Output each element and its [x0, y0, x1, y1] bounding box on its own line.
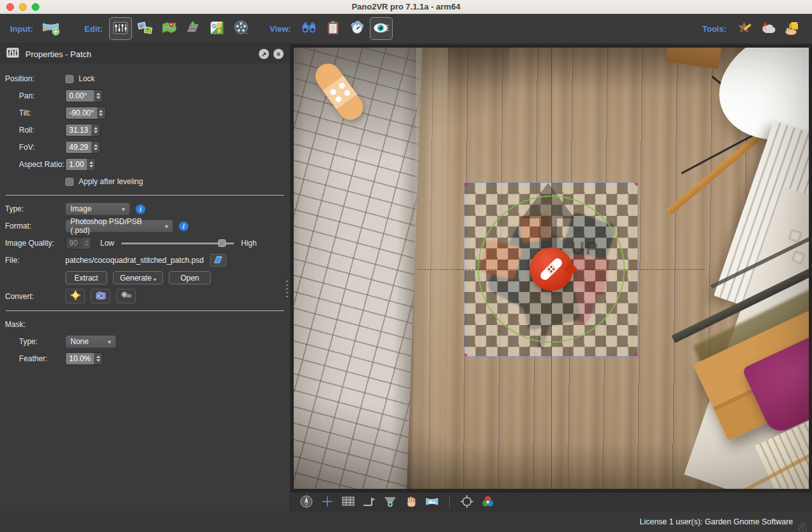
feather-stepper[interactable]	[94, 353, 102, 364]
format-label: Format:	[5, 222, 65, 230]
grid-toggle-button[interactable]	[340, 495, 357, 510]
mask-type-dropdown[interactable]: None ▾	[65, 335, 116, 348]
app-window: Pano2VR pro 7.1.1a - arm64 Input: Edit:	[0, 0, 812, 532]
panel-title: Properties - Patch	[25, 50, 91, 59]
tools-label: Tools:	[702, 24, 726, 34]
tilt-field[interactable]: -90.00°	[65, 107, 106, 119]
minimize-window-button[interactable]	[19, 3, 27, 11]
format-info-icon[interactable]: i	[179, 222, 188, 231]
view-preview-button[interactable]	[346, 17, 369, 40]
pan-tool-button[interactable]	[403, 495, 419, 510]
properties-sliders-icon	[112, 20, 129, 38]
panel-header: Properties - Patch ↗ ×	[0, 44, 290, 63]
panorama-view-button[interactable]	[424, 495, 440, 510]
gauge-cloud-icon	[349, 20, 365, 38]
feather-field[interactable]: 10.0%	[65, 352, 103, 365]
chevron-down-icon: ▾	[103, 338, 111, 345]
position-label: Position:	[5, 74, 65, 83]
close-window-button[interactable]	[6, 3, 14, 11]
type-dropdown[interactable]: Image ▾	[65, 203, 130, 215]
convert-to-hotspot-button[interactable]	[65, 289, 85, 303]
gnome-cloud-icon	[760, 20, 776, 38]
open-in-photoshop-button[interactable]	[210, 254, 226, 267]
selected-patch-marker[interactable]	[530, 248, 573, 291]
pan-field[interactable]: 0.00°	[65, 90, 103, 102]
crosshair-toggle-button[interactable]	[319, 495, 336, 510]
patch-handle-bottom-right[interactable]	[635, 354, 638, 357]
view-output-button[interactable]	[322, 17, 344, 40]
properties-panel: Properties - Patch ↗ × Position: Lock Pa…	[0, 44, 291, 512]
edit-properties-button[interactable]	[109, 17, 132, 40]
film-reel-icon	[233, 20, 249, 38]
tools-transform-button[interactable]	[781, 17, 804, 40]
aspect-ratio-label: Aspect Ratio:	[5, 160, 65, 169]
color-correction-button[interactable]	[480, 495, 496, 510]
format-dropdown[interactable]: Photoshop PSD/PSB (.psd) ▾	[65, 220, 173, 232]
extract-button[interactable]: Extract	[65, 271, 107, 284]
resize-grip[interactable]	[798, 523, 807, 532]
chevron-down-icon: ▾	[160, 223, 168, 230]
separator	[6, 310, 284, 311]
patch-marker-bandaid[interactable]	[304, 54, 374, 130]
compass-button[interactable]	[298, 495, 315, 510]
pan-stepper[interactable]	[94, 90, 102, 102]
main-toolbar: Input: Edit:	[0, 14, 812, 44]
type-label: Type:	[5, 204, 65, 213]
projection-button[interactable]	[382, 495, 398, 510]
zoom-window-button[interactable]	[32, 3, 39, 11]
binoculars-icon	[301, 20, 317, 38]
bandaid-glyph	[530, 248, 573, 291]
tools-gnome-cloud-button[interactable]	[757, 17, 780, 40]
roll-stepper[interactable]	[91, 124, 100, 136]
image-quality-slider[interactable]	[121, 243, 234, 244]
apply-after-leveling-label: Apply after leveling	[79, 177, 143, 186]
lock-checkbox[interactable]	[65, 75, 74, 83]
grid-icon	[341, 496, 355, 509]
float-panel-button[interactable]: ↗	[259, 49, 269, 59]
convert-to-lens-flare-button[interactable]	[116, 289, 136, 303]
leveling-tool-button[interactable]	[361, 495, 377, 510]
leather-pencil-icon	[736, 20, 752, 38]
open-button[interactable]: Open	[169, 271, 211, 284]
panel-splitter-handle[interactable]	[286, 281, 288, 297]
chevron-down-icon: ▾	[154, 277, 156, 283]
separator	[6, 195, 284, 196]
fov-field[interactable]: 49.29	[65, 141, 100, 154]
crosshair-plus-icon	[321, 495, 334, 510]
image-quality-field: 90	[65, 237, 91, 249]
slider-handle[interactable]	[218, 239, 226, 247]
tour-browser-icon	[136, 20, 153, 38]
feather-label: Feather:	[5, 354, 65, 363]
panorama-canvas[interactable]: UP	[294, 48, 809, 489]
aspect-stepper[interactable]	[87, 159, 95, 170]
edit-animation-button[interactable]	[230, 17, 252, 40]
view-label: View:	[270, 24, 291, 34]
fov-label: FoV:	[5, 143, 65, 152]
pin-lens-icon	[121, 290, 132, 302]
tools-patch-edit-button[interactable]	[733, 17, 756, 40]
roll-field[interactable]: 31.13	[65, 124, 100, 136]
type-info-icon[interactable]: i	[136, 204, 145, 214]
view-viewer-button[interactable]	[370, 17, 393, 40]
generate-button[interactable]: Generate▾	[113, 271, 163, 284]
input-panorama-button[interactable]	[39, 17, 62, 40]
edit-tour-browser-button[interactable]	[133, 17, 156, 40]
license-text: License 1 user(s): Garden Gnome Software	[639, 517, 793, 526]
tilt-stepper[interactable]	[97, 107, 105, 119]
tour-map-icon	[160, 20, 177, 38]
edit-street-view-button[interactable]: G	[206, 17, 228, 40]
panorama-add-icon	[42, 20, 60, 38]
roll-label: Roll:	[5, 126, 65, 135]
titlebar: Pano2VR pro 7.1.1a - arm64	[0, 0, 812, 14]
convert-to-camera-button[interactable]	[91, 289, 110, 303]
aspect-ratio-field[interactable]: 1.00	[65, 158, 96, 171]
edit-tour-map-button[interactable]	[157, 17, 180, 40]
center-target-button[interactable]	[459, 495, 475, 510]
view-binoculars-button[interactable]	[298, 17, 320, 40]
fov-stepper[interactable]	[91, 142, 100, 153]
edit-leveling-button[interactable]	[181, 17, 204, 40]
apply-after-leveling-checkbox[interactable]	[65, 178, 74, 186]
mask-type-label: Type:	[5, 337, 65, 346]
close-panel-button[interactable]: ×	[273, 49, 284, 59]
pan-hand-icon	[405, 495, 417, 510]
